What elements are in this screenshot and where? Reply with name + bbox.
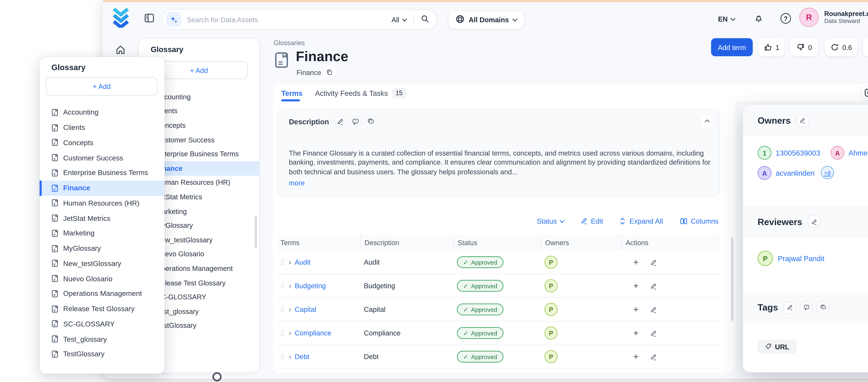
description-more-link[interactable]: more (289, 179, 305, 187)
add-child-term-button[interactable]: + (633, 328, 639, 338)
popover-glossary-item[interactable]: TestGlossary (39, 347, 164, 362)
request-description-icon[interactable]: ? (350, 116, 361, 127)
expand-all-button[interactable]: Expand All (620, 217, 663, 225)
copy-name-button[interactable] (323, 66, 335, 78)
popover-glossary-item[interactable]: Concepts (39, 135, 164, 150)
popover-glossary-item[interactable]: MyGlossary (39, 241, 164, 256)
help-icon[interactable]: ? (780, 13, 791, 24)
popover-glossary-item[interactable]: JetStat Metrics (39, 211, 164, 226)
popover-glossary-item[interactable]: Human Resources (HR) (39, 196, 164, 211)
popover-glossary-item[interactable]: Customer Success (39, 150, 164, 165)
tags-conversations-button[interactable] (817, 301, 830, 314)
collapse-right-panel-button[interactable] (862, 86, 868, 100)
owner-avatar[interactable]: P (545, 256, 558, 269)
tab-terms[interactable]: Terms (281, 89, 303, 97)
term-link[interactable]: Compliance (294, 329, 331, 337)
drag-handle[interactable] (281, 306, 285, 313)
expand-row-chevron[interactable]: › (289, 305, 291, 313)
edit-description-button[interactable] (335, 116, 346, 127)
tag-chip[interactable]: URL (757, 340, 796, 354)
owner-link[interactable]: acvanlinden (776, 169, 814, 177)
owner-avatar[interactable]: P (545, 279, 558, 292)
popover-glossary-item[interactable]: Release Test Glossary (39, 301, 164, 316)
tag-label: URL (775, 343, 789, 350)
popover-glossary-item[interactable]: Test_glossary (39, 331, 164, 347)
term-link[interactable]: Capital (294, 305, 316, 313)
expand-row-chevron[interactable]: › (289, 353, 291, 360)
drag-handle[interactable] (281, 330, 285, 336)
app-logo-icon[interactable] (111, 7, 130, 31)
floating-action-partial-icon[interactable] (213, 372, 221, 381)
popover-glossary-item[interactable]: Enterprise Business Terms (39, 165, 164, 180)
term-link[interactable]: Audit (294, 258, 310, 266)
more-actions-button[interactable] (863, 38, 868, 56)
description-text: The Finance Glossary is a curated collec… (289, 149, 711, 177)
popover-glossary-item[interactable]: Operations Management (39, 286, 164, 301)
status-filter-dropdown[interactable]: Status (537, 217, 564, 225)
add-child-term-button[interactable]: + (633, 281, 639, 291)
tab-activity-feeds[interactable]: Activity Feeds & Tasks 15 (315, 88, 406, 97)
edit-reviewers-button[interactable] (808, 215, 820, 228)
columns-button[interactable]: Columns (679, 217, 718, 225)
popover-glossary-item[interactable]: SC-GLOSSARY (39, 316, 164, 331)
reviewer-link[interactable]: Prajwal Pandit (778, 254, 825, 263)
language-selector[interactable]: EN (718, 15, 735, 23)
popover-glossary-item[interactable]: New_testGlossary (39, 256, 164, 271)
bulk-edit-button[interactable]: Edit (581, 217, 603, 225)
owner-link[interactable]: 13005639003 (776, 149, 820, 157)
term-link[interactable]: Debt (294, 353, 309, 360)
column-header-status: Status (454, 235, 541, 251)
owner-avatar[interactable]: P (545, 350, 558, 363)
collapse-description-button[interactable] (701, 115, 712, 126)
edit-term-button[interactable] (650, 280, 656, 292)
popover-add-glossary-button[interactable]: + Add (46, 77, 158, 96)
add-child-term-button[interactable]: + (633, 257, 639, 267)
breadcrumb[interactable]: Glossaries (274, 39, 305, 47)
add-term-button[interactable]: Add term (711, 38, 753, 56)
edit-tags-button[interactable] (784, 301, 796, 314)
book-icon (51, 169, 58, 177)
all-domains-button[interactable]: All Domains (448, 10, 524, 29)
notifications-bell-icon[interactable] (754, 13, 763, 26)
search-input[interactable] (181, 16, 392, 23)
request-tags-button[interactable]: ? (800, 301, 813, 314)
check-icon: ✓ (463, 353, 468, 360)
owner-avatar[interactable]: P (545, 303, 558, 316)
edit-term-button[interactable] (650, 350, 656, 363)
upvote-button[interactable]: 1 (758, 38, 785, 56)
add-child-term-button[interactable]: + (633, 304, 639, 315)
popover-glossary-item[interactable]: Clients (39, 120, 164, 135)
owner-avatar[interactable]: P (545, 326, 558, 340)
home-icon[interactable] (115, 45, 126, 58)
version-button[interactable]: 0.6 (825, 38, 858, 56)
edit-owners-button[interactable] (796, 114, 809, 127)
popover-glossary-item[interactable]: Accounting (39, 105, 164, 120)
glossary-book-icon (274, 51, 289, 71)
drag-handle[interactable] (281, 354, 285, 360)
drag-handle[interactable] (281, 259, 285, 265)
sidebar-add-glossary-button[interactable]: + Add (150, 61, 248, 79)
expand-row-chevron[interactable]: › (289, 258, 291, 266)
search-scope-dropdown[interactable]: All (392, 16, 406, 23)
term-link[interactable]: Budgeting (294, 282, 326, 290)
expand-row-chevron[interactable]: › (289, 282, 291, 290)
table-scrollbar[interactable] (731, 238, 733, 321)
sidebar-scrollbar[interactable] (255, 216, 257, 248)
sidebar-toggle-icon[interactable] (145, 13, 154, 23)
expand-row-chevron[interactable]: › (289, 329, 291, 337)
owner-link[interactable]: Ahmed Mohamed (848, 149, 868, 157)
user-menu[interactable]: R Rounakpreet.d Data Steward (799, 8, 868, 27)
description-conversations-icon[interactable] (365, 116, 376, 127)
ai-sparkle-icon[interactable] (166, 12, 181, 27)
more-owners-chip[interactable]: +8 (821, 166, 834, 179)
search-icon[interactable] (421, 13, 429, 26)
edit-term-button[interactable] (650, 256, 656, 268)
downvote-button[interactable]: 0 (790, 38, 818, 56)
drag-handle[interactable] (281, 283, 285, 289)
edit-term-button[interactable] (650, 303, 656, 316)
add-child-term-button[interactable]: + (633, 351, 639, 362)
edit-term-button[interactable] (650, 327, 656, 339)
popover-glossary-item[interactable]: Finance (39, 180, 164, 196)
popover-glossary-item[interactable]: Marketing (39, 226, 164, 241)
popover-glossary-item[interactable]: Nuevo Glosario (39, 271, 164, 286)
